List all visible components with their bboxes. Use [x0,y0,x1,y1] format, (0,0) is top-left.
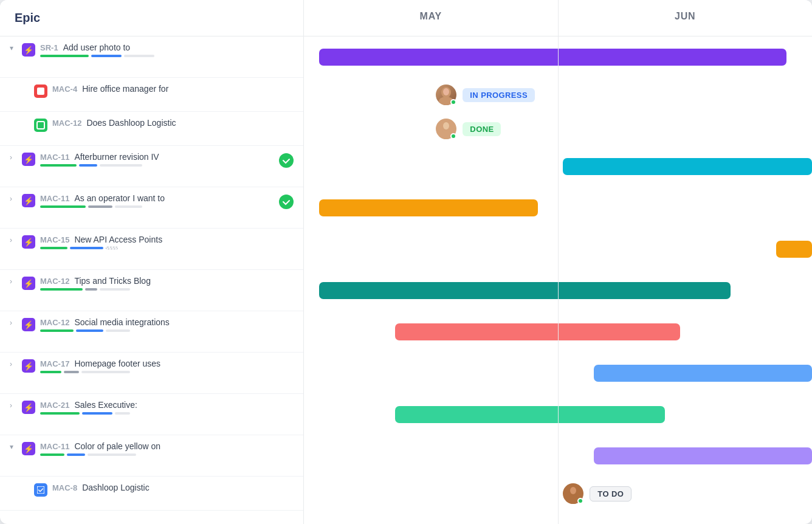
progress-bars [40,55,294,57]
chevron-right-icon[interactable]: › [10,153,19,162]
lightning-icon-5: ⚡ [24,279,33,288]
epic-id-name: SR-1 Add user photo to [40,43,294,52]
pb4-green [40,288,83,291]
epic-id-mac12b: MAC-12 [40,277,69,286]
epic-id-mac12c: MAC-12 [40,318,69,327]
status-todo: TO DO [590,486,631,502]
epic-name: Add user photo to [63,43,131,52]
gantt-area: IN PROGRESS [304,36,812,524]
epic-name-mac12b: Tips and Tricks Blog [74,276,151,286]
header-may: MAY [304,0,559,36]
lightning-icon-2: ⚡ [24,155,33,164]
pb5-blue [76,329,103,332]
pb7-blue [82,412,112,415]
gantt-bar-mac17 [594,365,812,382]
epic-id-mac11a: MAC-11 [40,153,69,162]
pb4-gray [85,288,97,291]
avatar-dot-2 [450,133,456,139]
epic-icon-mac8 [34,483,47,497]
epic-icon-mac17: ⚡ [22,359,35,373]
pb4-light [100,288,130,291]
epic-name-mac4: Hire office manager for [82,84,168,94]
progress-bars-mac12c [40,329,294,332]
avatar-mac4 [436,84,456,105]
epic-row-mac15: › ⚡ MAC-15 New API Access Points [0,229,303,270]
epic-column: ▾ ⚡ SR-1 Add user photo to [0,36,304,524]
epic-row-mac21: › ⚡ MAC-21 Sales Executive: [0,394,303,435]
epic-icon-mac15: ⚡ [22,235,35,249]
avatar-chip-mac12a: DONE [436,119,501,139]
pb-gray [100,164,142,167]
pb8-blue [67,453,85,456]
gantt-bar-mac12b [319,282,731,299]
gantt-bar-mac11b [319,199,537,216]
progress-bars-mac21 [40,412,294,415]
epic-name-mac11c: Color of pale yellow on [74,441,160,451]
chevron-down-icon[interactable]: ▾ [10,44,19,52]
pb6-green [40,371,61,373]
chevron-right-icon-6[interactable]: › [10,360,19,368]
epic-row-mac12a: ▾ MAC-12 Does Dashloop Logistic [0,112,303,146]
epic-icon-mac11c: ⚡ [22,442,35,455]
chevron-right-icon-2[interactable]: › [10,195,19,203]
lightning-icon-9: ⚡ [24,444,33,453]
epic-row-mac12c: › ⚡ MAC-12 Social media integrations [0,311,303,353]
epic-id-name-mac8: MAC-8 Dashloop Logistic [52,483,294,492]
epic-id-name-mac12c: MAC-12 Social media integrations [40,317,294,327]
epic-name-mac11b: As an operator I want to [74,193,165,203]
check-badge-mac11b [279,195,294,209]
chevron-down-icon-2[interactable]: ▾ [10,443,19,451]
progress-bars-mac12b [40,288,294,291]
epic-name-mac8: Dashloop Logistic [82,483,150,492]
progress-bars-mac11b [40,205,274,208]
pb3-blue [70,247,103,249]
header: Epic MAY JUN [0,0,812,36]
epic-id-name-mac11c: MAC-11 Color of pale yellow on [40,441,294,451]
epic-info-mac11a: MAC-11 Afterburner revision IV [40,152,274,167]
epic-id-name-mac12a: MAC-12 Does Dashloop Logistic [52,118,294,128]
gantt-bar-mac15 [776,241,812,258]
check-badge-mac11a [279,153,294,168]
epic-icon-mac4 [34,84,47,98]
avatar-mac12a [436,119,456,139]
avatar-dot-3 [577,498,583,504]
pb5-light [106,329,130,332]
epic-info-sr1: SR-1 Add user photo to [40,43,294,57]
status-in-progress: IN PROGRESS [463,88,535,102]
main-window: Epic MAY JUN ▾ ⚡ SR-1 Add user photo to [0,0,812,524]
epic-info-mac11c: MAC-11 Color of pale yellow on [40,441,294,456]
pb3-green [40,247,67,249]
pb8-light [88,453,136,456]
progress-bars-mac11a [40,164,274,167]
epic-row-mac17: › ⚡ MAC-17 Homepage footer uses [0,353,303,394]
epic-id-mac21: MAC-21 [40,401,69,410]
epic-name-mac11a: Afterburner revision IV [74,152,159,162]
epic-row-mac12b: › ⚡ MAC-12 Tips and Tricks Blog [0,270,303,311]
chevron-right-icon-3[interactable]: › [10,236,19,244]
epic-row-mac11c: ▾ ⚡ MAC-11 Color of pale yellow on [0,435,303,477]
pb2-gray [88,205,112,208]
epic-id-name-mac12b: MAC-12 Tips and Tricks Blog [40,276,294,286]
epic-id-name-mac4: MAC-4 Hire office manager for [52,84,294,94]
epic-id-name-mac21: MAC-21 Sales Executive: [40,400,294,410]
pb6-gray [64,371,79,373]
progress-bars-mac11c [40,453,294,456]
avatar-chip-mac4: IN PROGRESS [436,84,535,105]
epic-id-mac17: MAC-17 [40,359,69,368]
status-done: DONE [463,122,501,136]
epic-info-mac17: MAC-17 Homepage footer uses [40,359,294,373]
epic-id-name-mac11a: MAC-11 Afterburner revision IV [40,152,274,162]
header-epic: Epic [0,0,304,36]
epic-name-mac17: Homepage footer uses [74,359,160,368]
epic-info-mac12b: MAC-12 Tips and Tricks Blog [40,276,294,291]
svg-point-6 [443,122,449,129]
pb3-dot [106,247,118,249]
chevron-right-icon-4[interactable]: › [10,277,19,286]
chevron-right-icon-5[interactable]: › [10,319,19,327]
epic-icon-mac12c: ⚡ [22,318,35,331]
chevron-right-icon-7[interactable]: › [10,401,19,410]
gantt-bar-sr1 [319,49,786,66]
epic-name-mac12c: Social media integrations [74,317,169,327]
epic-id-mac8: MAC-8 [52,483,77,492]
lightning-icon-7: ⚡ [24,362,33,371]
